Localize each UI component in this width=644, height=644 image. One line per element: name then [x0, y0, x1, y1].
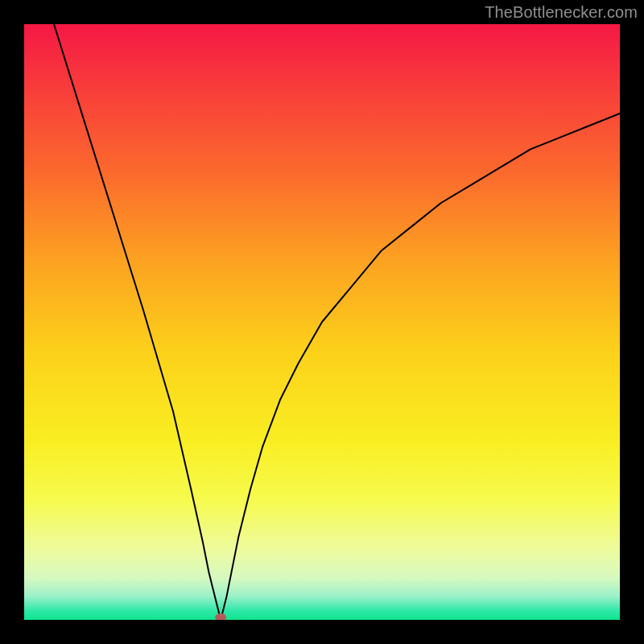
- watermark-text: TheBottlenecker.com: [485, 3, 638, 22]
- chart-frame: TheBottlenecker.com: [0, 0, 644, 644]
- bottleneck-chart: [24, 24, 620, 620]
